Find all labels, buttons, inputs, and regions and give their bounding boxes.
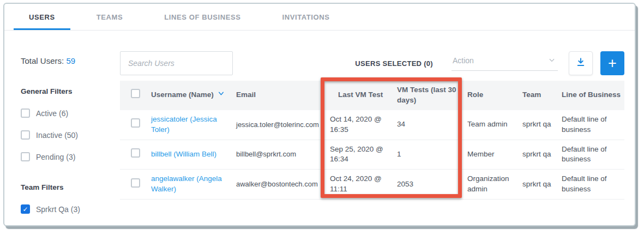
username-link[interactable]: billbell (William Bell): [151, 150, 216, 158]
filters-sidebar: Total Users: 59 General Filters Active (…: [4, 31, 120, 225]
tab-lines-of-business[interactable]: LINES OF BUSINESS: [149, 4, 256, 30]
users-admin-panel: USERS TEAMS LINES OF BUSINESS INVITATION…: [3, 3, 636, 226]
table-row: billbell (William Bell) billbell@sprkrt.…: [120, 140, 624, 170]
vm-tests-column-header: VM Tests (last 30 days): [393, 81, 462, 110]
sort-username-header[interactable]: Username (Name): [151, 90, 225, 100]
username-link[interactable]: jessicatoler (Jessica Toler): [151, 115, 217, 134]
last-vm-test-cell: Oct 14, 2020 @ 16:35: [322, 110, 393, 140]
filter-active-label: Active (6): [36, 109, 68, 118]
add-user-button[interactable]: +: [600, 51, 624, 75]
email-cell: jessica.toler@tolerinc.com: [232, 116, 322, 134]
team-cell: sprkrt qa: [518, 175, 557, 194]
line-of-business-cell: Default line of business: [557, 140, 624, 170]
line-of-business-column-header: Line of Business: [557, 86, 626, 105]
total-users: Total Users: 59: [21, 56, 120, 65]
filter-inactive[interactable]: Inactive (50): [21, 130, 120, 140]
filter-active-checkbox[interactable]: [21, 109, 30, 118]
sort-chevron-down-icon: [218, 90, 225, 100]
select-all-checkbox[interactable]: [131, 89, 140, 98]
username-column-header: Username (Name): [151, 90, 214, 100]
role-cell: Team admin: [462, 115, 518, 134]
email-cell: billbell@sprkrt.com: [232, 145, 322, 164]
role-cell: Member: [462, 145, 518, 164]
email-cell: awalker@bostontech.com: [232, 175, 322, 194]
filter-sprkrt-qa[interactable]: Sprkrt Qa (3): [21, 204, 120, 214]
tab-invitations[interactable]: INVITATIONS: [267, 4, 345, 30]
filter-sprkrt-qa-label: Sprkrt Qa (3): [36, 205, 80, 214]
team-cell: sprkrt qa: [518, 145, 557, 164]
last-vm-test-cell: Oct 24, 2020 @ 11:11: [322, 170, 393, 199]
team-column-header: Team: [518, 86, 557, 105]
filter-pending-checkbox[interactable]: [21, 152, 30, 161]
plus-icon: +: [608, 56, 617, 71]
filter-pending[interactable]: Pending (3): [21, 152, 120, 161]
last-vm-test-column-header: Last VM Test: [322, 86, 393, 105]
table-toolbar: USERS SELECTED (0) Action: [120, 51, 624, 75]
tab-teams[interactable]: TEAMS: [81, 4, 139, 30]
team-filters-title: Team Filters: [21, 183, 120, 191]
role-column-header: Role: [462, 86, 518, 105]
tab-bar: USERS TEAMS LINES OF BUSINESS INVITATION…: [4, 4, 635, 31]
general-filters-title: General Filters: [21, 87, 120, 95]
vm-tests-cell: 1: [393, 145, 462, 164]
line-of-business-cell: Default line of business: [557, 110, 624, 140]
download-icon: [576, 57, 586, 69]
table-row: jessicatoler (Jessica Toler) jessica.tol…: [120, 110, 624, 140]
table-row: angelawalker (Angela Walker) awalker@bos…: [120, 170, 624, 200]
filter-inactive-checkbox[interactable]: [21, 130, 30, 140]
download-users-button[interactable]: [569, 51, 593, 75]
action-dropdown-value: Action: [453, 56, 474, 65]
total-users-value: 59: [66, 56, 75, 65]
username-link[interactable]: angelawalker (Angela Walker): [151, 174, 222, 193]
row-checkbox[interactable]: [131, 148, 140, 158]
row-checkbox[interactable]: [131, 118, 140, 128]
filter-sprkrt-qa-checkbox[interactable]: [21, 204, 30, 214]
email-column-header: Email: [232, 86, 322, 105]
action-dropdown[interactable]: Action: [452, 56, 558, 71]
search-input[interactable]: [120, 51, 233, 75]
filter-pending-label: Pending (3): [36, 153, 75, 161]
tab-users[interactable]: USERS: [14, 4, 70, 30]
vm-tests-cell: 34: [393, 115, 462, 134]
users-selected-label: USERS SELECTED (0): [355, 59, 433, 68]
row-checkbox[interactable]: [131, 178, 140, 188]
users-table: Username (Name) Email Last VM Test VM Te…: [120, 81, 624, 200]
team-cell: sprkrt qa: [518, 115, 557, 134]
role-cell: Organization admin: [462, 170, 518, 199]
filter-inactive-label: Inactive (50): [36, 131, 78, 140]
filter-active[interactable]: Active (6): [21, 109, 120, 118]
chevron-down-icon: [548, 56, 556, 65]
table-header-row: Username (Name) Email Last VM Test VM Te…: [120, 81, 624, 110]
total-users-label: Total Users:: [21, 56, 64, 65]
vm-tests-cell: 2053: [393, 175, 462, 194]
line-of-business-cell: Default line of business: [557, 170, 624, 199]
last-vm-test-cell: Sep 25, 2020 @ 16:34: [322, 140, 393, 170]
